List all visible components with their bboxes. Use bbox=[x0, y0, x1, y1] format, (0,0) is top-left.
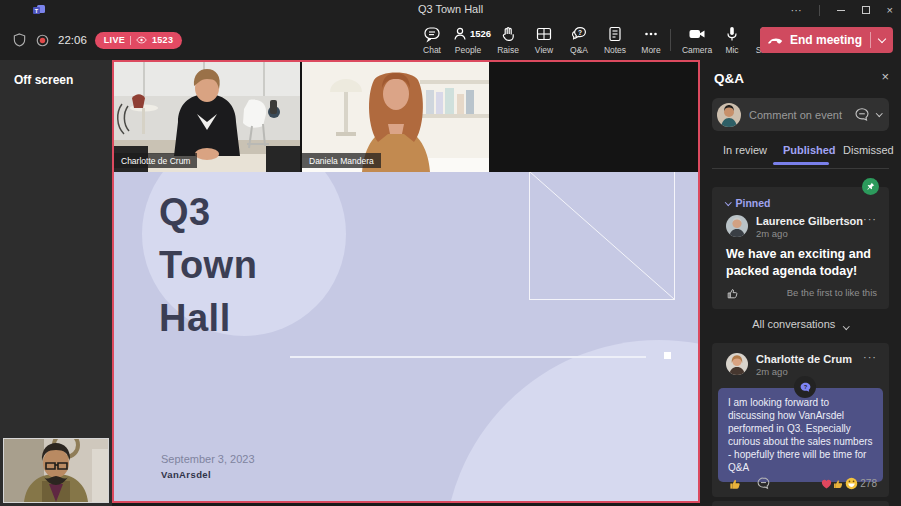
notes-button[interactable]: Notes bbox=[596, 25, 634, 59]
comment-mode-chevron-icon[interactable] bbox=[876, 110, 882, 116]
teams-meeting-window: T Q3 Town Hall ··· × 22:06 LIVE bbox=[0, 0, 901, 506]
svg-text:?: ? bbox=[578, 29, 582, 36]
comment-placeholder: Comment on event bbox=[749, 109, 854, 121]
more-icon bbox=[642, 25, 660, 43]
people-label: People bbox=[455, 45, 481, 55]
notes-icon bbox=[606, 25, 624, 43]
window-minimize-icon[interactable] bbox=[837, 10, 845, 11]
live-label: LIVE bbox=[104, 35, 125, 45]
like-hint: Be the first to like this bbox=[787, 287, 877, 298]
participant-video-charlotte[interactable]: Charlotte de Crum bbox=[114, 62, 300, 172]
mic-label: Mic bbox=[725, 45, 738, 55]
camera-label: Camera bbox=[682, 45, 712, 55]
off-screen-label: Off screen bbox=[14, 73, 73, 87]
tab-published[interactable]: Published bbox=[783, 144, 836, 156]
people-button[interactable]: 1526 People bbox=[449, 25, 487, 59]
conversations-filter[interactable]: All conversations bbox=[700, 318, 901, 330]
notes-label: Notes bbox=[604, 45, 626, 55]
qa-panel-title: Q&A bbox=[714, 71, 744, 86]
view-icon bbox=[535, 25, 553, 43]
active-tab-underline bbox=[773, 162, 829, 165]
end-meeting-button[interactable]: End meeting bbox=[760, 27, 893, 53]
comment-input[interactable]: Comment on event bbox=[712, 98, 889, 131]
pinned-author[interactable]: Laurence Gilbertson bbox=[756, 215, 863, 227]
viewers-eye-icon bbox=[136, 36, 147, 44]
slide-logo: VanArsdel bbox=[161, 469, 211, 480]
qa-close-icon[interactable]: × bbox=[881, 69, 889, 84]
filter-chevron-icon bbox=[843, 323, 849, 329]
self-view-picture bbox=[4, 439, 108, 502]
slide-placeholder-square bbox=[529, 172, 675, 300]
people-count-badge: 1526 bbox=[470, 28, 491, 39]
meeting-timer: 22:06 bbox=[58, 34, 87, 46]
toolbar-divider bbox=[670, 29, 671, 51]
reaction-count: 278 bbox=[860, 478, 877, 489]
pinned-chevron-icon bbox=[725, 199, 731, 205]
thumbs-up-reaction-icon[interactable] bbox=[728, 476, 743, 491]
end-meeting-label: End meeting bbox=[790, 33, 862, 47]
live-badge: LIVE 1523 bbox=[95, 32, 182, 49]
participant-name-tag: Charlotte de Crum bbox=[114, 153, 197, 168]
window-close-icon[interactable]: × bbox=[887, 0, 893, 20]
record-indicator-icon bbox=[35, 33, 50, 48]
viewer-count: 1523 bbox=[152, 35, 173, 45]
slide-decor-circle-bottom bbox=[444, 340, 698, 501]
participant-video-daniela[interactable]: Daniela Mandera bbox=[302, 62, 489, 172]
charlotte-avatar bbox=[726, 353, 748, 375]
raise-hand-button[interactable]: Raise bbox=[489, 25, 527, 59]
window-divider bbox=[819, 5, 820, 16]
chat-icon bbox=[423, 25, 441, 43]
comment-reaction-icon[interactable] bbox=[756, 476, 771, 491]
raise-label: Raise bbox=[497, 45, 519, 55]
video-row: Charlotte de Crum bbox=[114, 62, 698, 172]
more-button[interactable]: More bbox=[632, 25, 670, 59]
pin-icon bbox=[866, 182, 875, 191]
camera-button[interactable]: Camera bbox=[678, 25, 716, 59]
people-icon bbox=[452, 25, 470, 43]
view-button[interactable]: View bbox=[525, 25, 563, 59]
title-bar: T Q3 Town Hall ··· × bbox=[0, 0, 901, 20]
presentation-slide: Q3 Town Hall September 3, 2023 VanArsdel bbox=[114, 172, 698, 501]
tab-in-review[interactable]: In review bbox=[723, 144, 767, 156]
qna-icon: ? bbox=[570, 25, 588, 43]
slide-line-endpoint bbox=[664, 352, 671, 359]
window-maximize-icon[interactable] bbox=[862, 6, 870, 14]
window-more-icon[interactable]: ··· bbox=[791, 0, 802, 20]
question-message-card: Charlotte de Crum 2m ago ··· ? I am look… bbox=[712, 343, 889, 497]
tab-dismissed[interactable]: Dismissed bbox=[843, 144, 894, 156]
like-button-icon[interactable] bbox=[726, 286, 740, 300]
message-more-icon[interactable]: ··· bbox=[863, 351, 877, 363]
next-card-peek bbox=[712, 501, 889, 506]
message-author[interactable]: Charlotte de Crum bbox=[756, 353, 852, 365]
pinned-message-text: We have an exciting and packed agenda to… bbox=[726, 246, 878, 280]
meeting-toolbar: 22:06 LIVE 1523 Chat 1526 bbox=[0, 20, 901, 60]
camera-icon bbox=[688, 25, 706, 43]
qa-panel: Q&A × Comment on event In review Publish… bbox=[700, 60, 901, 506]
pinned-label[interactable]: Pinned bbox=[726, 197, 771, 209]
comment-mode-icon[interactable] bbox=[854, 107, 870, 123]
participant-name-tag: Daniela Mandera bbox=[302, 153, 381, 168]
self-avatar bbox=[717, 103, 741, 127]
pinned-message-card: Pinned Laurence Gilbertson 2m ago ··· We… bbox=[712, 187, 889, 309]
tabs-divider bbox=[712, 168, 889, 169]
pin-badge bbox=[862, 178, 879, 195]
mic-icon bbox=[723, 25, 741, 43]
qna-label: Q&A bbox=[570, 45, 588, 55]
shield-icon[interactable] bbox=[12, 32, 27, 48]
slide-divider-line bbox=[290, 356, 646, 358]
raise-hand-icon bbox=[499, 25, 517, 43]
hang-up-icon bbox=[768, 32, 784, 48]
mic-button[interactable]: Mic bbox=[713, 25, 751, 59]
qna-button[interactable]: ? Q&A bbox=[560, 25, 598, 59]
window-title: Q3 Town Hall bbox=[0, 3, 901, 15]
chat-label: Chat bbox=[423, 45, 441, 55]
laughing-reaction-icon[interactable] bbox=[845, 477, 858, 490]
slide-placeholder-diagonal bbox=[530, 172, 674, 299]
laurence-avatar bbox=[726, 215, 748, 237]
thumbs-up-count-icon[interactable] bbox=[832, 477, 845, 490]
end-meeting-chevron-icon[interactable] bbox=[878, 34, 886, 42]
slide-title: Q3 Town Hall bbox=[159, 186, 257, 345]
chat-button[interactable]: Chat bbox=[413, 25, 451, 59]
pinned-more-icon[interactable]: ··· bbox=[863, 213, 877, 225]
self-view-video[interactable] bbox=[3, 438, 109, 503]
